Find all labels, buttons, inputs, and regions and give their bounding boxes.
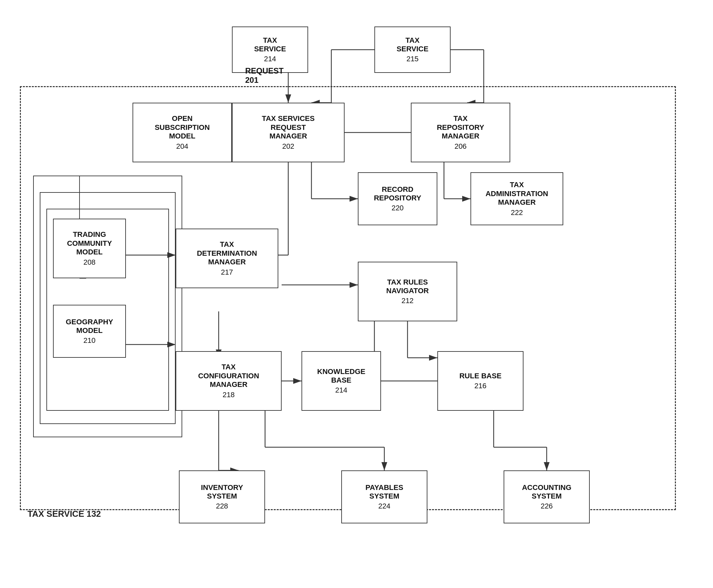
record-repository-box: RECORDREPOSITORY 220 <box>358 172 437 225</box>
osm-number: 204 <box>176 142 189 151</box>
gm-title: GEOGRAPHYMODEL <box>66 318 113 335</box>
tax-determination-manager-box: TAXDETERMINATIONMANAGER 217 <box>175 229 278 288</box>
tax-rules-navigator-box: TAX RULESNAVIGATOR 212 <box>358 262 457 321</box>
osm-title: OPENSUBSCRIPTIONMODEL <box>155 114 210 141</box>
rb-title: RULE BASE <box>459 372 501 380</box>
open-subscription-model-box: OPENSUBSCRIPTIONMODEL 204 <box>132 103 232 162</box>
request-label: REQUEST201 <box>245 66 284 85</box>
payables-system-box: PAYABLESSYSTEM 224 <box>341 470 427 523</box>
gm-number: 210 <box>83 336 96 345</box>
tcm-title: TRADINGCOMMUNITYMODEL <box>67 230 112 256</box>
trn-number: 212 <box>402 296 414 305</box>
accounting-system-box: ACCOUNTINGSYSTEM 226 <box>504 470 590 523</box>
tax-service-215-number: 215 <box>406 55 419 63</box>
is-number: 228 <box>216 502 228 510</box>
trading-community-model-box: TRADINGCOMMUNITYMODEL 208 <box>53 218 126 278</box>
as-title: ACCOUNTINGSYSTEM <box>522 483 571 501</box>
rb-number: 216 <box>475 382 487 390</box>
as-number: 226 <box>541 502 553 510</box>
knowledge-base-box: KNOWLEDGEBASE 214 <box>301 351 381 411</box>
tax-services-request-manager-box: TAX SERVICESREQUESTMANAGER 202 <box>232 103 344 162</box>
tax-service-label: TAX SERVICE 132 <box>27 509 101 519</box>
trn-title: TAX RULESNAVIGATOR <box>386 278 429 295</box>
tcfm-title: TAXCONFIGURATIONMANAGER <box>198 363 259 389</box>
diagram-container: TAX SERVICE 132 TAXSERVICE 214 TAXSERVIC… <box>13 13 700 575</box>
tax-service-214-number: 214 <box>264 55 276 63</box>
tax-service-215-title: TAXSERVICE <box>397 36 428 54</box>
kb-number: 214 <box>335 386 348 395</box>
rr-title: RECORDREPOSITORY <box>374 185 421 203</box>
geography-model-box: GEOGRAPHYMODEL 210 <box>53 305 126 358</box>
tax-service-215-box: TAXSERVICE 215 <box>374 26 450 73</box>
kb-title: KNOWLEDGEBASE <box>317 368 365 385</box>
trm-number: 206 <box>455 142 467 151</box>
tdm-title: TAXDETERMINATIONMANAGER <box>197 240 257 266</box>
tax-service-214-box: TAXSERVICE 214 <box>232 26 308 73</box>
inventory-system-box: INVENTORYSYSTEM 228 <box>179 470 265 523</box>
trm-title: TAXREPOSITORYMANAGER <box>437 114 484 141</box>
ps-title: PAYABLESSYSTEM <box>365 483 403 501</box>
tax-configuration-manager-box: TAXCONFIGURATIONMANAGER 218 <box>175 351 281 411</box>
tcm-number: 208 <box>83 258 96 267</box>
tam-number: 222 <box>511 208 523 217</box>
tax-administration-manager-box: TAXADMINISTRATIONMANAGER 222 <box>470 172 563 225</box>
is-title: INVENTORYSYSTEM <box>201 483 243 501</box>
tcfm-number: 218 <box>223 391 235 399</box>
tdm-number: 217 <box>221 268 233 277</box>
tam-title: TAXADMINISTRATIONMANAGER <box>485 181 548 207</box>
ps-number: 224 <box>378 502 391 510</box>
tax-repository-manager-box: TAXREPOSITORYMANAGER 206 <box>411 103 510 162</box>
tax-service-214-title: TAXSERVICE <box>254 36 286 54</box>
rule-base-box: RULE BASE 216 <box>437 351 523 411</box>
rr-number: 220 <box>392 204 404 212</box>
tsrm-number: 202 <box>282 142 295 151</box>
tsrm-title: TAX SERVICESREQUESTMANAGER <box>262 114 314 141</box>
